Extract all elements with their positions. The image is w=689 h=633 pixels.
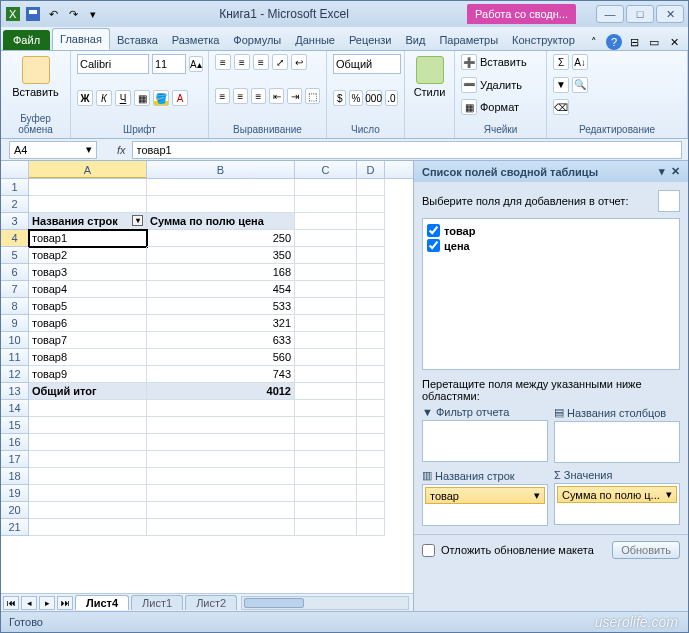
cell[interactable] [29,451,147,468]
cell[interactable] [295,383,357,400]
cell[interactable]: 4012 [147,383,295,400]
close-workbook-icon[interactable]: ✕ [666,34,682,50]
area-item[interactable]: Сумма по полю ц...▾ [557,486,677,503]
tab-options[interactable]: Параметры [432,30,505,50]
pivot-context-tab[interactable]: Работа со сводн... [467,4,576,24]
autosum-icon[interactable]: Σ [553,54,569,70]
cells-delete[interactable]: ➖Удалить [461,77,540,93]
scroll-thumb[interactable] [244,598,304,608]
orientation-icon[interactable]: ⤢ [272,54,288,70]
cell[interactable] [147,468,295,485]
sheet-nav-next[interactable]: ▸ [39,596,55,610]
cell[interactable] [295,264,357,281]
cell[interactable] [295,400,357,417]
cell[interactable] [357,485,385,502]
cell[interactable]: 533 [147,298,295,315]
row-header[interactable]: 12 [1,366,29,383]
col-header-d[interactable]: D [357,161,385,178]
cell[interactable]: товар1 [29,230,147,247]
cell[interactable] [29,468,147,485]
cell[interactable] [357,264,385,281]
cell[interactable] [357,502,385,519]
cell[interactable] [357,230,385,247]
styles-button[interactable]: Стили [411,54,448,100]
cell[interactable] [357,366,385,383]
cell[interactable]: 168 [147,264,295,281]
merge-icon[interactable]: ⬚ [305,88,320,104]
pane-layout-button[interactable] [658,190,680,212]
area-item[interactable]: товар▾ [425,487,545,504]
row-header[interactable]: 20 [1,502,29,519]
comma-icon[interactable]: 000 [366,90,382,106]
clear-icon[interactable]: ⌫ [553,99,569,115]
cell[interactable] [295,468,357,485]
cell[interactable]: товар3 [29,264,147,281]
undo-icon[interactable]: ↶ [45,6,61,22]
cell[interactable] [295,230,357,247]
pane-menu-icon[interactable]: ▾ [659,165,665,178]
maximize-button[interactable]: □ [626,5,654,23]
cell[interactable] [357,298,385,315]
cell[interactable]: 633 [147,332,295,349]
col-header-c[interactable]: C [295,161,357,178]
cell[interactable] [295,315,357,332]
minimize-button[interactable]: — [596,5,624,23]
cell[interactable]: 743 [147,366,295,383]
cell[interactable] [295,349,357,366]
sheet-tab-2[interactable]: Лист2 [185,595,237,610]
row-header[interactable]: 1 [1,179,29,196]
bold-button[interactable]: Ж [77,90,93,106]
name-box[interactable]: A4▾ [9,141,97,159]
font-color-button[interactable]: A [172,90,188,106]
cell[interactable] [147,519,295,536]
underline-button[interactable]: Ч [115,90,131,106]
cell[interactable] [147,502,295,519]
cell[interactable] [357,400,385,417]
cell[interactable] [29,485,147,502]
border-button[interactable]: ▦ [134,90,150,106]
cell[interactable] [295,366,357,383]
restore-workbook-icon[interactable]: ⊟ [626,34,642,50]
cell[interactable] [29,417,147,434]
pane-close-icon[interactable]: ✕ [671,165,680,178]
indent-inc-icon[interactable]: ⇥ [287,88,302,104]
update-button[interactable]: Обновить [612,541,680,559]
cell[interactable] [357,247,385,264]
row-header[interactable]: 5 [1,247,29,264]
sheet-nav-prev[interactable]: ◂ [21,596,37,610]
cell[interactable]: 560 [147,349,295,366]
row-header[interactable]: 9 [1,315,29,332]
cell[interactable]: Сумма по полю цена [147,213,295,230]
field-checkbox[interactable] [427,224,440,237]
cell[interactable] [295,247,357,264]
cell[interactable]: товар6 [29,315,147,332]
formula-input[interactable] [132,141,682,159]
cell[interactable] [147,434,295,451]
tab-home[interactable]: Главная [52,28,110,50]
qat-dropdown-icon[interactable]: ▾ [85,6,101,22]
cell[interactable] [357,281,385,298]
font-size-combo[interactable] [152,54,186,74]
row-header[interactable]: 10 [1,332,29,349]
cell[interactable]: товар9 [29,366,147,383]
cell[interactable] [147,400,295,417]
cell[interactable] [29,196,147,213]
cell[interactable] [29,434,147,451]
cell[interactable] [357,434,385,451]
cell[interactable]: товар5 [29,298,147,315]
row-header[interactable]: 6 [1,264,29,281]
cell[interactable] [357,349,385,366]
field-item[interactable]: цена [427,238,675,253]
col-header-b[interactable]: B [147,161,295,178]
percent-icon[interactable]: % [349,90,362,106]
row-header[interactable]: 8 [1,298,29,315]
tab-insert[interactable]: Вставка [110,30,165,50]
cells-format[interactable]: ▦Формат [461,99,540,115]
cell[interactable]: Названия строк▾ [29,213,147,230]
sheet-tab-active[interactable]: Лист4 [75,595,129,610]
cell[interactable] [29,400,147,417]
grow-font-icon[interactable]: A▴ [189,56,203,72]
cell[interactable] [295,298,357,315]
cell[interactable]: товар8 [29,349,147,366]
tab-view[interactable]: Вид [399,30,433,50]
